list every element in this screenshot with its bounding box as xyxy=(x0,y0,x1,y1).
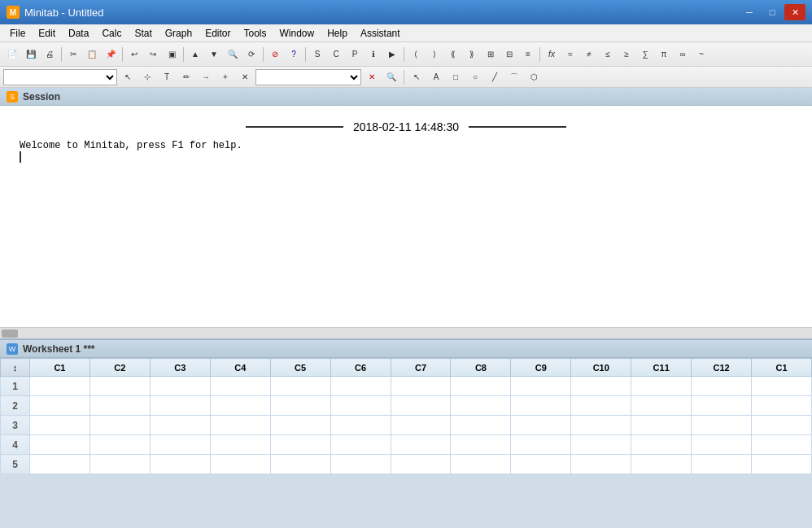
t7[interactable]: ≡ xyxy=(519,46,537,63)
line-btn[interactable]: ╱ xyxy=(486,68,504,86)
b1[interactable]: ≈ xyxy=(561,46,579,63)
menu-window[interactable]: Window xyxy=(273,25,321,41)
cell-r5-c1[interactable] xyxy=(30,455,90,474)
cell-r3-c5[interactable] xyxy=(270,416,330,435)
header-c12[interactable]: C12 xyxy=(692,359,752,377)
cell-r4-c4[interactable] xyxy=(210,435,270,455)
cell-r2-c2[interactable] xyxy=(89,396,150,416)
cell-r5-c6[interactable] xyxy=(330,455,391,474)
cell-r1-c11[interactable] xyxy=(631,377,692,396)
cell-r5-c2[interactable] xyxy=(89,455,150,474)
cell-r3-c10[interactable] xyxy=(571,416,631,435)
down-button[interactable]: ▼ xyxy=(205,46,223,63)
minimize-button[interactable]: ─ xyxy=(739,4,760,20)
cell-r2-c10[interactable] xyxy=(571,396,631,416)
maximize-button[interactable]: □ xyxy=(762,4,783,20)
cell-r2-c6[interactable] xyxy=(330,396,391,416)
scroll-thumb[interactable] xyxy=(2,329,18,338)
select-btn[interactable]: ⊹ xyxy=(138,68,156,86)
cell-r3-c7[interactable] xyxy=(391,416,451,435)
header-c11[interactable]: C11 xyxy=(631,359,692,377)
b4[interactable]: ≥ xyxy=(618,46,635,63)
cell-r4-c1[interactable] xyxy=(30,435,90,455)
cell-r1-c9[interactable] xyxy=(511,377,571,396)
cell-r3-c8[interactable] xyxy=(451,416,511,435)
header-c1[interactable]: C1 xyxy=(30,359,90,377)
menu-stat[interactable]: Stat xyxy=(128,25,158,41)
t5[interactable]: ⊞ xyxy=(482,46,500,63)
cell-r5-c5[interactable] xyxy=(270,455,330,474)
arrow-btn[interactable]: → xyxy=(197,68,215,86)
cell-r1-c6[interactable] xyxy=(330,377,391,396)
arc-btn[interactable]: ⌒ xyxy=(505,68,523,86)
cell-r1-c8[interactable] xyxy=(451,377,511,396)
t4[interactable]: ⟫ xyxy=(463,46,481,63)
cell-r3-c4[interactable] xyxy=(210,416,270,435)
b7[interactable]: ∞ xyxy=(674,46,692,63)
cell-r3-c2[interactable] xyxy=(89,416,150,435)
cell-r5-c12[interactable] xyxy=(692,455,752,474)
cell-r5-c8[interactable] xyxy=(451,455,511,474)
cell-r4-c10[interactable] xyxy=(571,435,631,455)
header-c10[interactable]: C10 xyxy=(571,359,631,377)
cursor2-btn[interactable]: ↖ xyxy=(408,68,426,86)
draw-btn[interactable]: ✏ xyxy=(177,68,195,86)
header-c8[interactable]: C8 xyxy=(451,359,511,377)
paste-button[interactable]: 📌 xyxy=(102,46,120,63)
size-select[interactable] xyxy=(255,69,361,85)
cell-r3-c6[interactable] xyxy=(330,416,391,435)
cell-r4-c9[interactable] xyxy=(511,435,571,455)
stop-button[interactable]: ⊘ xyxy=(266,46,284,63)
t6[interactable]: ⊟ xyxy=(500,46,518,63)
menu-edit[interactable]: Edit xyxy=(32,25,62,41)
cell-r2-c4[interactable] xyxy=(210,396,270,416)
cell-r1-c3[interactable] xyxy=(150,377,210,396)
cell-r1-c10[interactable] xyxy=(571,377,631,396)
info-btn[interactable]: ℹ xyxy=(365,46,382,63)
run-btn[interactable]: ▶ xyxy=(383,46,401,63)
cell-r5-c7[interactable] xyxy=(391,455,451,474)
zoom-btn[interactable]: 🔍 xyxy=(382,68,400,86)
pointer-btn[interactable]: ↖ xyxy=(119,68,137,86)
cell-r3-c9[interactable] xyxy=(511,416,571,435)
session-btn[interactable]: S xyxy=(308,46,326,63)
cell-r3-c12[interactable] xyxy=(692,416,752,435)
cell-r2-c5[interactable] xyxy=(270,396,330,416)
close-button[interactable]: ✕ xyxy=(784,4,805,20)
cell-r2-c3[interactable] xyxy=(150,396,210,416)
menu-calc[interactable]: Calc xyxy=(95,25,128,41)
menu-tools[interactable]: Tools xyxy=(237,25,273,41)
session-content[interactable]: 2018-02-11 14:48:30 Welcome to Minitab, … xyxy=(0,106,812,327)
cell-r1-c12[interactable] xyxy=(692,377,752,396)
menu-help[interactable]: Help xyxy=(321,25,354,41)
menu-file[interactable]: File xyxy=(3,25,32,41)
b2[interactable]: ≠ xyxy=(580,46,598,63)
cell-r4-c6[interactable] xyxy=(330,435,391,455)
font-select[interactable] xyxy=(3,69,117,85)
cell-r4-c13[interactable] xyxy=(752,435,812,455)
cell-r4-c11[interactable] xyxy=(631,435,692,455)
cell-r5-c4[interactable] xyxy=(210,455,270,474)
cell-r1-c2[interactable] xyxy=(89,377,150,396)
cell-r4-c2[interactable] xyxy=(89,435,150,455)
cell-r4-c5[interactable] xyxy=(270,435,330,455)
session-scrollbar[interactable] xyxy=(0,327,812,338)
text2-btn[interactable]: A xyxy=(427,68,445,86)
t3[interactable]: ⟪ xyxy=(444,46,462,63)
menu-editor[interactable]: Editor xyxy=(199,25,237,41)
menu-assistant[interactable]: Assistant xyxy=(354,25,407,41)
cell-r2-c11[interactable] xyxy=(631,396,692,416)
cell-r1-c4[interactable] xyxy=(210,377,270,396)
cell-r3-c1[interactable] xyxy=(30,416,90,435)
header-c13[interactable]: C1 xyxy=(752,359,812,377)
copy2-btn[interactable]: C xyxy=(327,46,345,63)
b6[interactable]: π xyxy=(655,46,673,63)
cell-r1-c1[interactable] xyxy=(30,377,90,396)
redo-button[interactable]: ↪ xyxy=(144,46,162,63)
header-c7[interactable]: C7 xyxy=(391,359,451,377)
header-c3[interactable]: C3 xyxy=(150,359,210,377)
header-c9[interactable]: C9 xyxy=(511,359,571,377)
plus-btn[interactable]: + xyxy=(216,68,234,86)
header-c2[interactable]: C2 xyxy=(89,359,150,377)
delete-btn[interactable]: ✕ xyxy=(363,68,381,86)
